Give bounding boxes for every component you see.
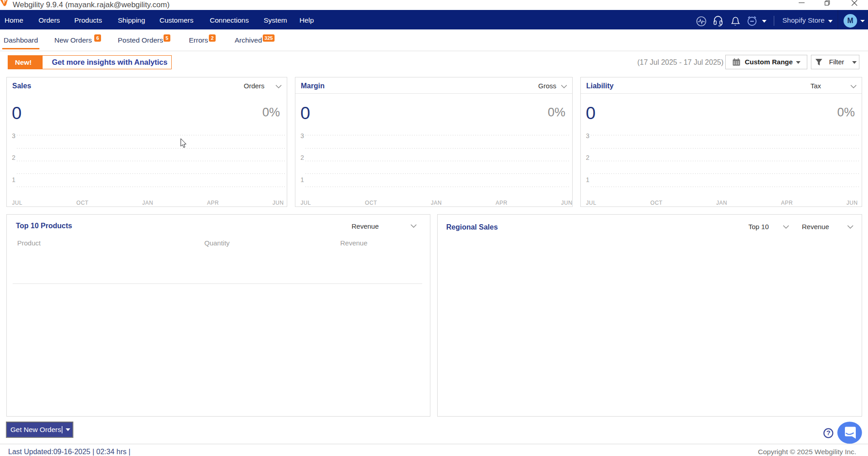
svg-text:?: ?	[826, 429, 830, 437]
